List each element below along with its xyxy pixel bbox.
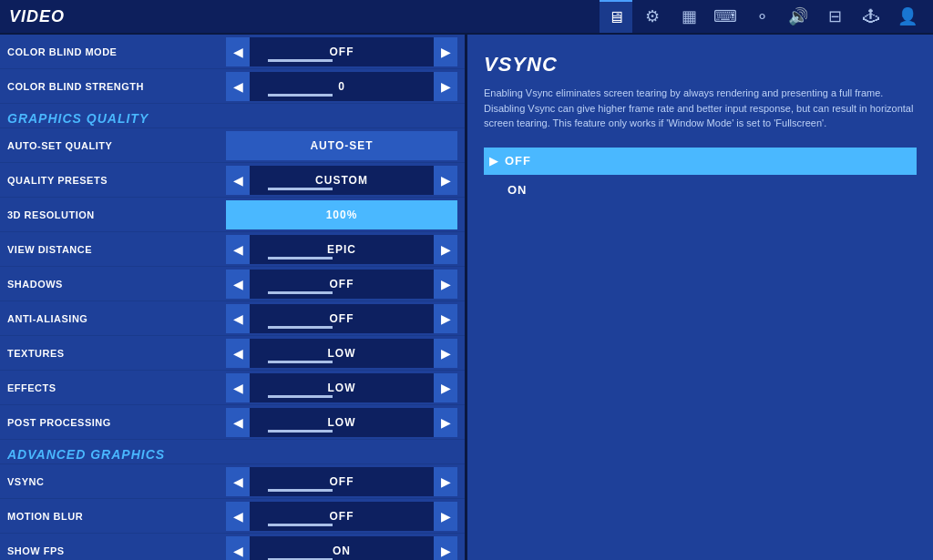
show-fps-right-arrow[interactable]: ▶ xyxy=(434,536,457,561)
color-blind-mode-value: OFF xyxy=(250,37,434,66)
anti-aliasing-label: ANTI-ALIASING xyxy=(7,313,226,324)
textures-bar xyxy=(268,361,333,363)
color-blind-strength-row: COLOR BLIND STRENGTH ◀ 0 ▶ xyxy=(0,69,465,104)
nav-keyboard[interactable]: ⌨ xyxy=(709,0,742,33)
shadows-left-arrow[interactable]: ◀ xyxy=(226,270,250,299)
show-fps-control: ◀ ON ▶ xyxy=(226,536,457,561)
effects-value: LOW xyxy=(250,373,434,402)
color-blind-strength-left-arrow[interactable]: ◀ xyxy=(226,72,250,101)
auto-set-quality-label: AUTO-SET QUALITY xyxy=(7,140,226,151)
quality-presets-right-arrow[interactable]: ▶ xyxy=(434,166,457,195)
view-distance-control: ◀ EPIC ▶ xyxy=(226,235,457,264)
nav-controller[interactable]: ⚬ xyxy=(745,0,778,33)
color-blind-mode-control: ◀ OFF ▶ xyxy=(226,37,457,66)
auto-set-quality-control: AUTO-SET xyxy=(226,131,457,160)
option-off-label: OFF xyxy=(505,154,531,168)
show-fps-label: SHOW FPS xyxy=(7,545,226,556)
nav-user[interactable]: 👤 xyxy=(891,0,924,33)
post-processing-row: POST PROCESSING ◀ LOW ▶ xyxy=(0,405,465,440)
view-distance-row: VIEW DISTANCE ◀ EPIC ▶ xyxy=(0,232,465,267)
post-processing-label: POST PROCESSING xyxy=(7,417,226,428)
shadows-value: OFF xyxy=(250,270,434,299)
nav-gear[interactable]: ⚙ xyxy=(636,0,669,33)
color-blind-mode-left-arrow[interactable]: ◀ xyxy=(226,37,250,66)
vsync-right-arrow[interactable]: ▶ xyxy=(434,467,457,496)
show-fps-row: SHOW FPS ◀ ON ▶ xyxy=(0,534,465,560)
color-blind-mode-label: COLOR BLIND MODE xyxy=(7,46,226,57)
anti-aliasing-control: ◀ OFF ▶ xyxy=(226,304,457,333)
view-distance-right-arrow[interactable]: ▶ xyxy=(434,235,457,264)
top-bar: Video 🖥 ⚙ ▦ ⌨ ⚬ 🔊 ⊟ 🕹 👤 xyxy=(0,0,933,35)
motion-blur-control: ◀ OFF ▶ xyxy=(226,502,457,531)
quality-presets-label: QUALITY PRESETS xyxy=(7,175,226,186)
effects-right-arrow[interactable]: ▶ xyxy=(434,373,457,402)
textures-right-arrow[interactable]: ▶ xyxy=(434,339,457,368)
color-blind-mode-right-arrow[interactable]: ▶ xyxy=(434,37,457,66)
anti-aliasing-bar xyxy=(268,326,333,329)
vsync-left-arrow[interactable]: ◀ xyxy=(226,467,250,496)
anti-aliasing-value: OFF xyxy=(250,304,434,333)
color-blind-strength-bar xyxy=(268,94,333,97)
auto-set-quality-button[interactable]: AUTO-SET xyxy=(226,131,457,160)
nav-gamepad[interactable]: 🕹 xyxy=(855,0,887,33)
view-distance-label: VIEW DISTANCE xyxy=(7,244,226,255)
post-processing-control: ◀ LOW ▶ xyxy=(226,408,457,437)
color-blind-mode-row: COLOR BLIND MODE ◀ OFF ▶ xyxy=(0,35,465,69)
motion-blur-value: OFF xyxy=(250,502,434,531)
motion-blur-row: MOTION BLUR ◀ OFF ▶ xyxy=(0,499,465,534)
vsync-value: OFF xyxy=(250,467,434,496)
motion-blur-left-arrow[interactable]: ◀ xyxy=(226,502,250,531)
motion-blur-right-arrow[interactable]: ▶ xyxy=(434,502,457,531)
effects-label: EFFECTS xyxy=(7,382,226,393)
textures-label: TEXTURES xyxy=(7,348,226,359)
option-off-arrow: ▶ xyxy=(489,155,497,168)
motion-blur-bar xyxy=(268,524,333,526)
show-fps-left-arrow[interactable]: ◀ xyxy=(226,536,250,561)
post-processing-bar xyxy=(268,430,333,433)
shadows-row: SHADOWS ◀ OFF ▶ xyxy=(0,267,465,301)
window-title: Video xyxy=(9,7,65,26)
anti-aliasing-row: ANTI-ALIASING ◀ OFF ▶ xyxy=(0,301,465,336)
quality-presets-value: CUSTOM xyxy=(250,166,434,195)
effects-control: ◀ LOW ▶ xyxy=(226,373,457,402)
3d-resolution-value: 100% xyxy=(226,200,457,229)
info-description: Enabling Vsync eliminates screen tearing… xyxy=(484,86,917,131)
nav-monitor[interactable]: 🖥 xyxy=(600,0,632,33)
view-distance-bar xyxy=(268,257,333,260)
color-blind-strength-value: 0 xyxy=(250,72,434,101)
effects-left-arrow[interactable]: ◀ xyxy=(226,373,250,402)
anti-aliasing-left-arrow[interactable]: ◀ xyxy=(226,304,250,333)
quality-presets-control: ◀ CUSTOM ▶ xyxy=(226,166,457,195)
post-processing-left-arrow[interactable]: ◀ xyxy=(226,408,250,437)
main-content: COLOR BLIND MODE ◀ OFF ▶ COLOR BLIND STR… xyxy=(0,35,933,560)
color-blind-mode-bar xyxy=(268,59,333,62)
effects-row: EFFECTS ◀ LOW ▶ xyxy=(0,371,465,405)
show-fps-value: ON xyxy=(250,536,434,561)
shadows-right-arrow[interactable]: ▶ xyxy=(434,270,457,299)
option-off[interactable]: ▶ OFF xyxy=(484,148,917,175)
nav-icons: 🖥 ⚙ ▦ ⌨ ⚬ 🔊 ⊟ 🕹 👤 xyxy=(600,0,924,33)
nav-network[interactable]: ⊟ xyxy=(818,0,851,33)
left-panel: COLOR BLIND MODE ◀ OFF ▶ COLOR BLIND STR… xyxy=(0,35,465,560)
nav-grid[interactable]: ▦ xyxy=(672,0,705,33)
quality-presets-bar xyxy=(268,188,333,190)
textures-row: TEXTURES ◀ LOW ▶ xyxy=(0,336,465,371)
textures-left-arrow[interactable]: ◀ xyxy=(226,339,250,368)
option-on[interactable]: ON xyxy=(484,177,917,204)
shadows-bar xyxy=(268,291,333,294)
view-distance-left-arrow[interactable]: ◀ xyxy=(226,235,250,264)
vsync-bar xyxy=(268,489,333,492)
anti-aliasing-right-arrow[interactable]: ▶ xyxy=(434,304,457,333)
motion-blur-label: MOTION BLUR xyxy=(7,511,226,522)
auto-set-quality-row: AUTO-SET QUALITY AUTO-SET xyxy=(0,128,465,163)
vsync-row: VSYNC ◀ OFF ▶ xyxy=(0,464,465,499)
nav-audio[interactable]: 🔊 xyxy=(782,0,815,33)
color-blind-strength-right-arrow[interactable]: ▶ xyxy=(434,72,457,101)
color-blind-strength-label: COLOR BLIND STRENGTH xyxy=(7,81,226,92)
post-processing-right-arrow[interactable]: ▶ xyxy=(434,408,457,437)
right-panel: VSYNC Enabling Vsync eliminates screen t… xyxy=(465,35,933,560)
quality-presets-row: QUALITY PRESETS ◀ CUSTOM ▶ xyxy=(0,163,465,198)
vsync-label: VSYNC xyxy=(7,476,226,487)
shadows-label: SHADOWS xyxy=(7,279,226,290)
quality-presets-left-arrow[interactable]: ◀ xyxy=(226,166,250,195)
